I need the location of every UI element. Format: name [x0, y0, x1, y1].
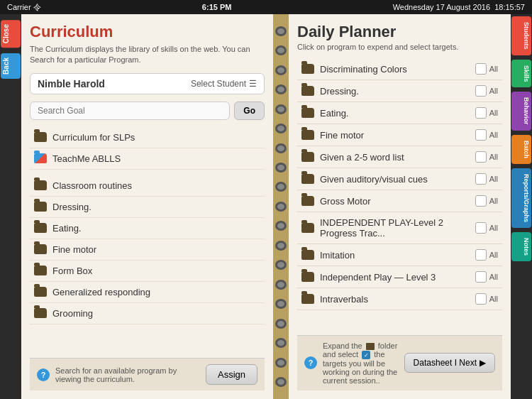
folder-icon — [301, 250, 314, 260]
spiral-ring — [275, 338, 287, 348]
list-item[interactable]: Generalized responding — [30, 282, 265, 303]
help-icon: ? — [37, 368, 50, 381]
spiral-ring — [275, 26, 287, 36]
go-button[interactable]: Go — [234, 102, 265, 120]
search-input[interactable] — [30, 102, 230, 120]
list-item[interactable]: Dressing. — [30, 197, 265, 218]
main-container: Close Back Curriculum The Curriculum dis… — [0, 14, 532, 399]
all-label: All — [489, 197, 498, 205]
assign-button[interactable]: Assign — [206, 364, 257, 385]
list-item[interactable]: Fine motor — [30, 239, 265, 261]
spiral-ring — [275, 84, 287, 94]
spiral-binding — [273, 14, 289, 399]
datasheet-button[interactable]: Datasheet I Next ▶ — [404, 353, 495, 373]
planner-list-item[interactable]: Dressing. All — [297, 80, 502, 102]
item-label: Fine motor — [52, 244, 96, 255]
tab-skills[interactable]: Skills — [511, 60, 531, 88]
planner-item-label: INDEPENDENT PLAY-Level 2 Progress Trac..… — [320, 217, 470, 239]
item-checkbox[interactable] — [475, 63, 487, 75]
all-label: All — [489, 273, 498, 281]
checkbox-all-group: All — [475, 271, 498, 283]
select-student-button[interactable]: Select Student ☰ — [191, 79, 257, 89]
folder-icon — [34, 308, 47, 318]
help-icon: ? — [304, 356, 317, 369]
planner-list-item[interactable]: Intraverbals All — [297, 288, 502, 310]
checkbox-all-group: All — [475, 151, 498, 163]
planner-item-label: Eating. — [320, 108, 470, 119]
planner-item-label: Discriminating Colors — [320, 64, 470, 75]
list-item[interactable]: Grooming — [30, 303, 265, 324]
folder-icon — [301, 108, 314, 118]
item-checkbox[interactable] — [475, 173, 487, 185]
spiral-ring — [275, 358, 287, 368]
student-name: Nimble Harold — [38, 78, 105, 89]
item-checkbox[interactable] — [475, 85, 487, 97]
tab-notes[interactable]: Notes — [511, 232, 531, 261]
item-checkbox[interactable] — [475, 271, 487, 283]
close-button[interactable]: Close — [1, 20, 21, 48]
spiral-ring — [275, 377, 287, 387]
item-label: Classroom routines — [52, 180, 132, 191]
curriculum-subtitle: The Curriculum displays the library of s… — [30, 44, 265, 66]
list-item[interactable]: Form Box — [30, 261, 265, 282]
all-label: All — [489, 131, 498, 139]
student-bar[interactable]: Nimble Harold Select Student ☰ — [30, 73, 265, 94]
all-label: All — [489, 295, 498, 303]
checkbox-all-group: All — [475, 173, 498, 185]
spiral-ring — [275, 202, 287, 212]
folder-icon — [301, 196, 314, 206]
folder-icon — [34, 266, 47, 275]
planner-list-item[interactable]: INDEPENDENT PLAY-Level 2 Progress Trac..… — [297, 212, 502, 244]
item-checkbox[interactable] — [475, 195, 487, 207]
left-sidebar: Close Back — [0, 14, 21, 399]
bottom-bar-right: ? Expand the folder and select ✓ the tar… — [297, 335, 502, 390]
item-checkbox[interactable] — [475, 151, 487, 163]
planner-item-label: Gross Motor — [320, 196, 470, 207]
planner-title: Daily Planner — [297, 23, 502, 41]
list-item[interactable]: Eating. — [30, 218, 265, 239]
list-item[interactable]: TeachMe ABLLS — [30, 148, 265, 170]
item-checkbox[interactable] — [475, 222, 487, 234]
back-button[interactable]: Back — [1, 53, 21, 79]
list-item[interactable]: Curriculum for SLPs — [30, 127, 265, 148]
planner-item-label: Given a 2-5 word list — [320, 152, 470, 163]
checkbox-all-group: All — [475, 249, 498, 261]
item-checkbox[interactable] — [475, 107, 487, 119]
item-label: Eating. — [52, 223, 81, 234]
planner-list-item[interactable]: Gross Motor All — [297, 190, 502, 212]
planner-list-item[interactable]: Given a 2-5 word list All — [297, 146, 502, 168]
folder-icon — [301, 174, 314, 184]
checkbox-all-group: All — [475, 195, 498, 207]
planner-list-item[interactable]: Independent Play — Level 3 All — [297, 266, 502, 288]
tab-students[interactable]: Students — [511, 16, 531, 55]
item-checkbox[interactable] — [475, 129, 487, 141]
planner-list-item[interactable]: Fine motor All — [297, 124, 502, 146]
planner-list-item[interactable]: Imitation All — [297, 244, 502, 266]
tab-reports[interactable]: Reports/Graphs — [511, 168, 531, 228]
tab-behavior[interactable]: Behavior — [511, 92, 531, 131]
folder-icon — [34, 287, 47, 297]
folder-icon — [301, 64, 314, 74]
list-item[interactable]: Classroom routines — [30, 175, 265, 197]
folder-icon — [34, 202, 47, 212]
planner-list-item[interactable]: Discriminating Colors All — [297, 58, 502, 80]
checkbox-all-group: All — [475, 293, 498, 305]
folder-icon — [301, 272, 314, 282]
item-checkbox[interactable] — [475, 293, 487, 305]
all-label: All — [489, 175, 498, 183]
spiral-ring — [275, 260, 287, 270]
time-text: 6:15 PM — [202, 3, 232, 11]
planner-item-label: Imitation — [320, 250, 470, 261]
curriculum-title: Curriculum — [30, 23, 265, 41]
item-checkbox[interactable] — [475, 249, 487, 261]
folder-icon — [34, 223, 47, 233]
folder-icon — [301, 223, 314, 233]
planner-item-label: Dressing. — [320, 86, 470, 97]
planner-list-item[interactable]: Given auditory/visual cues All — [297, 168, 502, 190]
planner-item-label: Independent Play — Level 3 — [320, 272, 470, 283]
curriculum-list: Curriculum for SLPs TeachMe ABLLS Classr… — [30, 127, 265, 358]
right-sidebar: Students Skills Behavior Batch Reports/G… — [511, 14, 532, 399]
tab-batch[interactable]: Batch — [511, 135, 531, 164]
planner-list-item[interactable]: Eating. All — [297, 102, 502, 124]
next-chevron-icon: ▶ — [480, 358, 486, 368]
